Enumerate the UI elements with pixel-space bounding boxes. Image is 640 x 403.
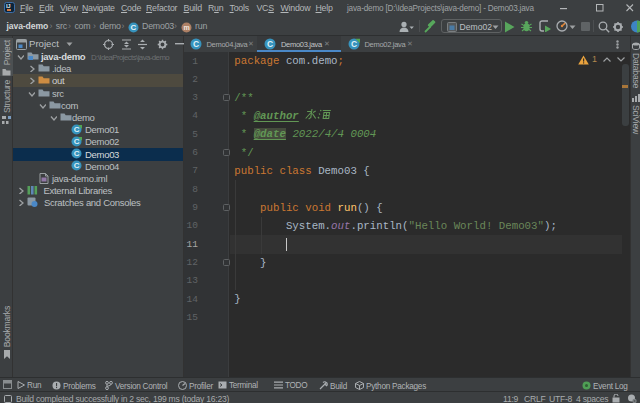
svg-text:C: C xyxy=(267,39,273,49)
svg-text:C: C xyxy=(193,39,199,49)
svg-text:C: C xyxy=(74,137,80,146)
svg-text:C: C xyxy=(74,125,80,134)
svg-text:C: C xyxy=(74,162,80,171)
svg-text:C: C xyxy=(74,149,80,158)
svg-text:m: m xyxy=(183,24,189,31)
svg-text:C: C xyxy=(351,39,357,49)
svg-text:C: C xyxy=(130,23,136,32)
